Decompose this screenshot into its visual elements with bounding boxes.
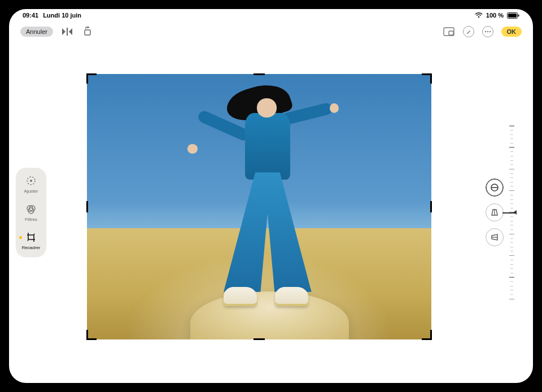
- svg-point-8: [489, 31, 490, 32]
- dial-tick: [510, 225, 513, 225]
- dial-tick: [510, 273, 513, 273]
- markup-icon[interactable]: [463, 26, 474, 37]
- crop-icon: [25, 231, 37, 243]
- crop-handle-tl[interactable]: [86, 73, 88, 84]
- dial-tick: [510, 242, 513, 243]
- active-indicator: [19, 236, 22, 239]
- angle-dial[interactable]: [510, 122, 513, 303]
- toolbar-right: OK: [443, 25, 522, 38]
- mode-adjust[interactable]: Ajuster: [17, 175, 45, 194]
- crop-handle-bottom[interactable]: [253, 338, 265, 340]
- editor-area: Ajuster Filtres Recadrer: [9, 42, 533, 383]
- svg-point-14: [34, 234, 35, 235]
- dial-tick: [510, 268, 513, 269]
- top-toolbar: Annuler OK: [9, 21, 533, 42]
- dial-tick: [510, 221, 513, 221]
- svg-point-10: [30, 180, 32, 182]
- svg-rect-5: [449, 31, 453, 35]
- dial-tick: [509, 147, 514, 148]
- flip-horizontal-icon[interactable]: [61, 25, 73, 38]
- svg-rect-3: [85, 30, 90, 35]
- rotate-icon[interactable]: [81, 25, 94, 38]
- dial-tick: [510, 238, 513, 239]
- mode-crop[interactable]: Recadrer: [17, 231, 45, 250]
- dial-tick: [510, 138, 513, 139]
- status-date: Lundi 10 juin: [43, 12, 81, 19]
- status-right: 100 %: [475, 12, 519, 19]
- dial-tick: [509, 169, 514, 170]
- svg-point-15: [28, 240, 29, 241]
- crop-handle-right[interactable]: [430, 201, 432, 212]
- aspect-ratio-icon[interactable]: [443, 25, 455, 38]
- mode-adjust-label: Ajuster: [24, 189, 38, 194]
- toolbar-left: Annuler: [20, 25, 94, 38]
- dial-tick: [510, 208, 513, 208]
- dial-tick: [510, 281, 513, 282]
- status-battery-text: 100 %: [486, 12, 504, 19]
- mode-filters-label: Filtres: [25, 217, 37, 222]
- dial-tick: [510, 182, 513, 182]
- cancel-button[interactable]: Annuler: [20, 27, 53, 37]
- dial-tick: [510, 247, 513, 247]
- dial-tick: [510, 160, 513, 161]
- screen: 09:41 Lundi 10 juin 100 % Annuler: [9, 9, 533, 383]
- dial-tick: [510, 294, 513, 295]
- mode-crop-label: Recadrer: [22, 245, 41, 250]
- crop-handle-top[interactable]: [253, 73, 265, 75]
- dial-tick: [510, 164, 513, 165]
- straighten-button[interactable]: [486, 178, 504, 197]
- dial-tick: [510, 251, 513, 251]
- dial-tick: [510, 199, 513, 200]
- crop-handle-br[interactable]: [430, 330, 432, 340]
- dial-tick: [510, 203, 513, 204]
- dial-tick: [510, 151, 513, 152]
- device-frame: 09:41 Lundi 10 juin 100 % Annuler: [0, 0, 542, 392]
- done-button[interactable]: OK: [501, 27, 522, 37]
- dial-tick: [510, 290, 513, 290]
- svg-rect-2: [518, 14, 519, 16]
- dial-tick: [509, 299, 514, 300]
- dial-tick: [509, 234, 514, 235]
- adjust-icon: [25, 175, 37, 187]
- dial-tick: [510, 130, 513, 130]
- mode-filters[interactable]: Filtres: [17, 203, 45, 222]
- mode-panel: Ajuster Filtres Recadrer: [16, 168, 46, 257]
- dial-tick: [509, 190, 514, 191]
- crop-canvas[interactable]: [87, 74, 431, 339]
- status-time: 09:41: [23, 12, 38, 19]
- svg-rect-1: [508, 14, 517, 18]
- dial-tick: [510, 286, 513, 286]
- dial-tick: [510, 264, 513, 265]
- dial-tick: [510, 186, 513, 186]
- svg-point-7: [487, 31, 488, 32]
- dial-tick: [509, 255, 514, 256]
- dial-tick: [509, 277, 514, 278]
- more-options-icon[interactable]: [482, 26, 493, 37]
- left-rail: Ajuster Filtres Recadrer: [9, 42, 53, 383]
- photo-preview: [87, 74, 431, 339]
- crop-handle-left[interactable]: [86, 201, 88, 212]
- dial-tick: [509, 125, 514, 127]
- dial-tick: [510, 216, 513, 217]
- rotate-controls: [486, 178, 504, 246]
- dial-tick: [510, 177, 513, 178]
- dial-tick: [510, 195, 513, 195]
- dial-tick: [510, 156, 513, 156]
- perspective-horizontal-button[interactable]: [486, 228, 504, 246]
- dial-tick: [510, 260, 513, 260]
- svg-point-6: [484, 31, 486, 32]
- right-rail: [465, 42, 533, 383]
- dial-tick: [510, 229, 513, 230]
- dial-marker: [513, 210, 517, 215]
- wifi-icon: [475, 12, 483, 18]
- status-left: 09:41 Lundi 10 juin: [23, 12, 81, 19]
- dial-tick: [510, 173, 513, 174]
- dial-tick: [510, 134, 513, 135]
- dial-tick: [510, 143, 513, 143]
- crop-handle-tr[interactable]: [430, 73, 432, 84]
- perspective-vertical-button[interactable]: [486, 203, 504, 221]
- status-bar: 09:41 Lundi 10 juin 100 %: [9, 9, 533, 21]
- canvas-wrap: [53, 42, 465, 383]
- crop-handle-bl[interactable]: [86, 330, 88, 340]
- battery-icon: [507, 12, 519, 19]
